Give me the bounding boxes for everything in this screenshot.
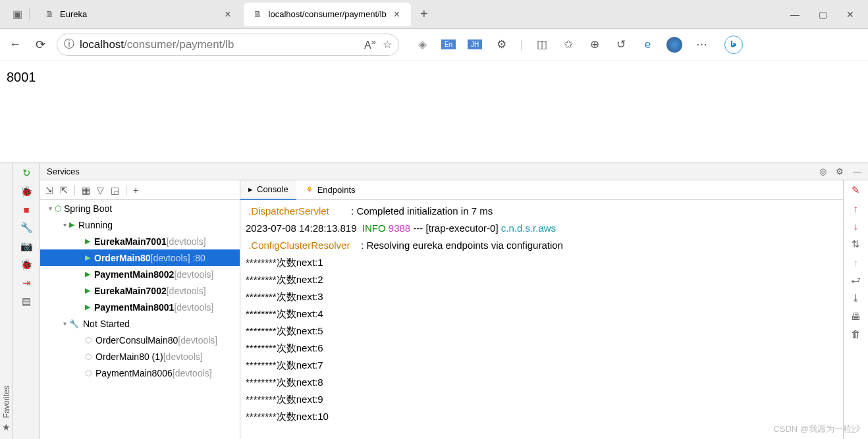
page-body-text: 8001 (7, 70, 36, 84)
bug-icon[interactable]: 🐞 (20, 186, 33, 197)
close-tab-icon[interactable]: × (392, 9, 402, 20)
console-tabs: ▸ Console ⚘ Endpoints (240, 180, 843, 200)
hide-icon[interactable]: — (853, 167, 861, 176)
site-info-icon[interactable]: ⓘ (64, 38, 74, 51)
tree-item[interactable]: ⬡OrderMain80 (1) [devtools] (40, 348, 240, 365)
services-tree[interactable]: ▾ ⬡ Spring Boot ▾ ▶ Running ▶EurekaMain7… (40, 200, 240, 439)
profile-avatar[interactable] (666, 37, 682, 53)
extensions-icon[interactable]: ⚙ (494, 38, 508, 51)
read-aloud-icon[interactable]: A» (364, 37, 376, 51)
browser-tab-bar: ▣ 🗎 Eureka × 🗎 localhost/consumer/paymen… (0, 0, 868, 29)
tree-item-name: PaymentMain8002 (94, 269, 174, 280)
debug-settings-icon[interactable]: 🐞 (20, 259, 33, 271)
camera-icon[interactable]: 📷 (20, 240, 33, 252)
exit-icon[interactable]: ⇥ (22, 277, 31, 289)
collections-icon[interactable]: ⊕ (587, 38, 602, 51)
layout-icon[interactable]: ▤ (22, 296, 31, 307)
tree-item[interactable]: ▶PaymentMain8001 [devtools] (40, 299, 240, 315)
tree-item-suffix: [devtools] (167, 286, 206, 296)
filter-icon[interactable]: ▽ (97, 185, 104, 195)
bing-chat-icon[interactable] (724, 36, 743, 54)
tree-node-not-started[interactable]: ▾ 🔧 Not Started (40, 315, 240, 332)
separator: | (520, 38, 523, 51)
ext-icon-2[interactable]: JH (468, 39, 482, 49)
ie-mode-icon[interactable]: e (640, 38, 655, 51)
ext-icon-1[interactable]: En (441, 39, 456, 49)
sort-icon[interactable]: ⇅ (852, 238, 860, 250)
menu-icon[interactable]: ⋯ (694, 38, 709, 51)
address-bar[interactable]: ⓘ localhost/consumer/payment/lb A» ☆ (57, 34, 399, 56)
browser-tab-eureka[interactable]: 🗎 Eureka × (35, 3, 242, 26)
console-main: ▸ Console ⚘ Endpoints .DispatcherServlet… (240, 180, 843, 439)
chevron-down-icon: ▾ (45, 205, 55, 212)
toolbar-icons: ◈ En JH ⚙ | ◫ ✩ ⊕ ↺ e ⋯ (415, 36, 743, 54)
vue-devtools-icon[interactable]: ◈ (415, 38, 429, 51)
favorites-bar[interactable]: Favorites ★ (0, 163, 13, 439)
expand-all-icon[interactable]: ⇲ (45, 185, 53, 195)
edit-icon[interactable]: ✎ (852, 184, 860, 196)
minimize-button[interactable]: — (789, 9, 801, 20)
sidebar-icon[interactable]: ◫ (535, 38, 549, 51)
refresh-button[interactable]: ⟳ (32, 38, 49, 52)
back-button[interactable]: ← (7, 38, 24, 51)
tree-node-running[interactable]: ▾ ▶ Running (40, 217, 240, 233)
tree-node-spring-boot[interactable]: ▾ ⬡ Spring Boot (40, 200, 240, 217)
print-icon[interactable]: 🖶 (851, 311, 861, 322)
stop-icon[interactable]: ■ (23, 204, 29, 215)
ide-panel: Favorites ★ ↻ 🐞 ■ 🔧 📷 🐞 ⇥ ▤ Services ◎ ⚙… (0, 163, 868, 439)
collapse-all-icon[interactable]: ⇱ (60, 185, 68, 195)
play-icon: ▶ (85, 303, 90, 311)
tree-item[interactable]: ▶PaymentMain8002 [devtools] (40, 266, 240, 282)
gear-icon[interactable]: ⚙ (836, 167, 844, 176)
tree-item[interactable]: ▶EurekaMain7001 [devtools] (40, 233, 240, 249)
tree-item[interactable]: ▶OrderMain80 [devtools] :80 (40, 249, 240, 266)
wrap-icon[interactable]: ⮐ (851, 274, 861, 286)
chevron-down-icon: ▾ (60, 320, 69, 327)
watermark: CSDN @我愿为一粒沙 (773, 423, 860, 435)
add-icon[interactable]: + (133, 185, 138, 195)
browser-tab-active[interactable]: 🗎 localhost/consumer/payment/lb × (244, 3, 412, 26)
target-icon[interactable]: ◎ (819, 167, 827, 176)
console-output[interactable]: .DispatcherServlet : Completed initializ… (240, 200, 843, 439)
tree-item-suffix: [devtools] (178, 335, 217, 346)
close-tab-icon[interactable]: × (223, 9, 232, 20)
star-icon: ★ (2, 422, 11, 432)
favorite-icon[interactable]: ☆ (383, 38, 392, 51)
tab-title: localhost/consumer/payment/lb (269, 9, 387, 19)
spring-boot-icon: ⬡ (85, 352, 92, 361)
maximize-button[interactable]: ▢ (817, 9, 828, 20)
tree-item[interactable]: ⬡PaymentMain8006 [devtools] (40, 365, 240, 381)
rerun-icon[interactable]: ↻ (22, 167, 31, 179)
separator (126, 185, 126, 195)
services-title: Services (47, 167, 80, 176)
tree-item[interactable]: ⬡OrderConsulMain80 [devtools] (40, 332, 240, 348)
new-tab-button[interactable]: + (412, 7, 436, 22)
grid-icon[interactable]: ▦ (82, 185, 90, 195)
tree-item-name: OrderMain80 (94, 253, 151, 263)
history-icon[interactable]: ↺ (614, 38, 628, 51)
play-icon: ▶ (85, 253, 90, 262)
wrench-icon[interactable]: 🔧 (20, 222, 33, 234)
console-icon: ▸ (248, 184, 253, 194)
arrow-down-icon[interactable]: ↓ (854, 220, 859, 232)
tree-item-name: EurekaMain7001 (94, 236, 167, 247)
tree-item[interactable]: ▶EurekaMain7002 [devtools] (40, 282, 240, 299)
arrow-up-disabled-icon: ↑ (854, 257, 859, 268)
arrow-up-icon[interactable]: ↑ (854, 203, 859, 214)
scroll-end-icon[interactable]: ⤓ (852, 292, 860, 304)
services-tree-pane: ⇲ ⇱ ▦ ▽ ◲ + ▾ ⬡ Spring Boot ▾ (40, 180, 240, 439)
trash-icon[interactable]: 🗑 (851, 328, 861, 340)
play-icon: ▶ (85, 237, 90, 245)
bookmark-icon[interactable]: ◲ (111, 185, 119, 195)
console-gutter: ✎ ↑ ↓ ⇅ ↑ ⮐ ⤓ 🖶 🗑 (843, 180, 868, 439)
window-controls: — ▢ ✕ (789, 9, 863, 20)
page-icon: 🗎 (253, 9, 263, 20)
tab-endpoints[interactable]: ⚘ Endpoints (298, 180, 364, 200)
tabs-overview-icon[interactable]: ▣ (12, 9, 22, 20)
url-text: localhost/consumer/payment/lb (80, 38, 234, 51)
favorites-bar-icon[interactable]: ✩ (561, 38, 576, 51)
close-window-button[interactable]: ✕ (844, 9, 856, 20)
tree-item-name: OrderMain80 (1) (95, 351, 163, 362)
tab-console[interactable]: ▸ Console (240, 180, 296, 200)
chevron-down-icon: ▾ (60, 221, 69, 228)
